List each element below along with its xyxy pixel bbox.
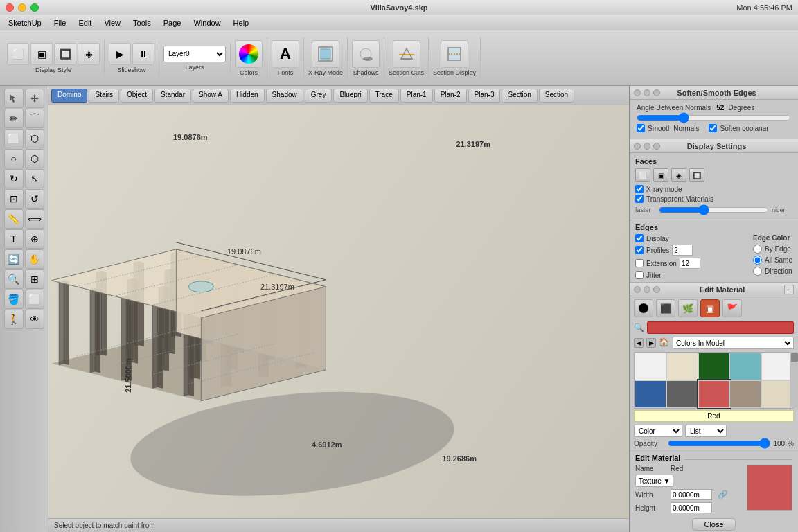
text-tool[interactable]: T [4,229,24,249]
menu-window[interactable]: Window [188,18,226,28]
style-shadow[interactable]: Shadow [266,89,303,103]
eraser-tool[interactable]: ⬜ [25,290,44,309]
scale-tool[interactable]: ⤡ [25,169,44,188]
swatch-dark-grey[interactable] [666,380,698,408]
profiles-checkbox[interactable] [635,246,644,254]
shadows-btn[interactable] [352,40,380,68]
em-dot-1[interactable] [634,286,641,293]
style-standar[interactable]: Standar [154,89,191,103]
style-domino[interactable]: Domino [51,89,87,103]
swatch-red[interactable] [698,380,730,408]
nav-home[interactable]: 🏠 [659,337,670,348]
ds-dot-1[interactable] [634,143,641,150]
material-search-bar[interactable] [647,321,794,334]
zoom-tool[interactable]: 🔍 [4,269,24,289]
rectangle-tool[interactable]: ⬜ [4,129,24,148]
tape-tool[interactable]: 📏 [4,209,24,229]
display-style-btn-4[interactable]: ◈ [78,43,100,65]
pause-btn[interactable]: ⏸ [132,43,154,65]
ds-dot-3[interactable] [653,143,660,150]
orbit-tool[interactable]: 🔄 [4,249,24,269]
quality-slider[interactable] [659,206,769,214]
brick-tab[interactable]: ⬛ [656,299,675,317]
list-mode-dropdown[interactable]: List [685,425,727,437]
rotate-tool[interactable]: ↻ [4,169,24,188]
panel-dot-2[interactable] [644,89,650,96]
panel-dot-3[interactable] [653,89,660,96]
colors-tab[interactable] [634,299,653,317]
display-style-btn-1[interactable]: ⬜ [7,43,29,65]
panel-dot-1[interactable] [634,89,641,96]
close-button[interactable]: Close [692,518,735,531]
menu-edit[interactable]: Edit [73,18,97,28]
pencil-tool[interactable]: ✏ [4,109,24,128]
material-category-dropdown[interactable]: Colors In Model [673,337,794,349]
em-dot-3[interactable] [653,286,660,293]
menu-help[interactable]: Help [228,18,255,28]
select-tool[interactable] [4,89,24,108]
direction-radio[interactable] [753,267,762,276]
menu-view[interactable]: View [98,18,126,28]
nav-forward[interactable]: ▶ [646,338,656,348]
smooth-normals-checkbox[interactable] [637,124,645,132]
ds-dot-2[interactable] [644,143,650,150]
xray-mode-checkbox[interactable] [635,185,644,193]
swatch-cream[interactable] [666,353,698,380]
style-section-2[interactable]: Section [539,89,574,103]
em-dot-2[interactable] [644,286,650,293]
nav-back[interactable]: ◀ [634,338,644,348]
menu-sketchup[interactable]: SketchUp [3,18,47,28]
soften-coplanar-checkbox[interactable] [709,124,717,132]
display-style-btn-3[interactable]: 🔲 [54,43,76,65]
polygon-tool[interactable]: ⬡ [25,149,44,168]
move-tool[interactable] [25,89,44,108]
follow-me-tool[interactable]: ↺ [25,189,44,209]
extension-checkbox[interactable] [635,259,644,267]
fonts-btn[interactable]: A [272,40,299,68]
terrain-tab[interactable]: ▣ [700,299,720,317]
menu-tools[interactable]: Tools [127,18,157,28]
xray-btn[interactable] [312,40,339,68]
arc-tool[interactable]: ⌒ [25,109,44,128]
flag-tab[interactable]: 🚩 [722,299,742,317]
color-mode-dropdown[interactable]: Color [634,425,682,437]
style-plan-1[interactable]: Plan-1 [400,89,433,103]
walk-tool[interactable]: 🚶 [4,310,24,329]
menu-file[interactable]: File [48,18,72,28]
face-icon-2[interactable]: ▣ [653,168,668,182]
play-btn[interactable]: ▶ [109,43,131,65]
face-icon-4[interactable]: 🔲 [689,168,704,182]
opacity-slider[interactable] [668,439,770,447]
close-button[interactable] [6,3,14,12]
all-same-radio[interactable] [753,256,762,265]
section-display-btn[interactable] [441,40,468,68]
texture-tab[interactable]: 🌿 [678,299,698,317]
dimension-tool[interactable]: ⟺ [25,209,44,229]
style-section-1[interactable]: Section [502,89,537,103]
style-plan-2[interactable]: Plan-2 [434,89,467,103]
swatch-dark-green[interactable] [698,353,730,380]
axes-tool[interactable]: ⊕ [25,229,44,249]
collapse-btn[interactable]: − [784,285,794,294]
swatch-white2[interactable] [761,353,793,380]
paint-bucket-tool[interactable]: 🪣 [4,290,24,309]
pan-tool[interactable]: ✋ [25,249,44,269]
style-object[interactable]: Object [121,89,153,103]
by-edge-radio[interactable] [753,245,762,254]
swatch-light-tan[interactable] [761,380,793,408]
edges-display-checkbox[interactable] [635,234,644,242]
viewport[interactable]: 19.0876m 21.3197m 21.5000m 4.6912m 19.26… [48,105,629,518]
face-icon-3[interactable]: ◈ [671,168,686,182]
swatch-white[interactable] [635,353,666,380]
transparent-materials-checkbox[interactable] [635,195,644,203]
style-hidden[interactable]: Hidden [230,89,265,103]
jitter-checkbox[interactable] [635,271,644,279]
swatch-light-blue[interactable] [729,353,761,380]
style-grey[interactable]: Grey [305,89,332,103]
minimize-button[interactable] [18,3,26,12]
width-input[interactable] [671,489,712,500]
profiles-value[interactable] [672,245,693,256]
height-input[interactable] [671,502,712,513]
style-bluepri[interactable]: Bluepri [333,89,367,103]
section-cuts-btn[interactable] [393,40,420,68]
